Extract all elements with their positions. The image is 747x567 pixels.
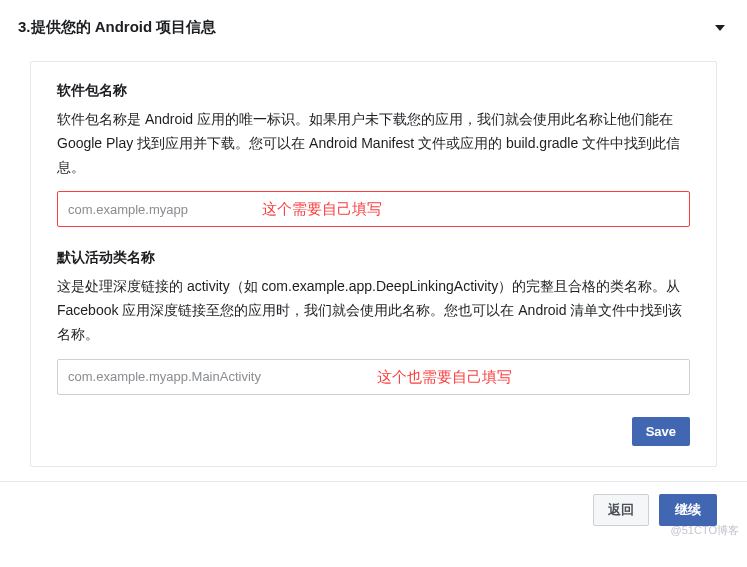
default-activity-label: 默认活动类名称: [57, 249, 690, 267]
caret-down-icon: [715, 25, 725, 31]
save-row: Save: [57, 417, 690, 446]
package-name-help: 软件包名称是 Android 应用的唯一标识。如果用户未下载您的应用，我们就会使…: [57, 108, 690, 179]
package-name-input[interactable]: [57, 191, 690, 227]
form-card: 软件包名称 软件包名称是 Android 应用的唯一标识。如果用户未下载您的应用…: [30, 61, 717, 467]
default-activity-field: 默认活动类名称 这是处理深度链接的 activity（如 com.example…: [57, 249, 690, 394]
section-title: 3.提供您的 Android 项目信息: [18, 18, 216, 37]
footer-bar: 返回 继续 @51CTO博客: [0, 481, 747, 526]
back-button[interactable]: 返回: [593, 494, 649, 526]
save-button[interactable]: Save: [632, 417, 690, 446]
default-activity-input[interactable]: [57, 359, 690, 395]
watermark: @51CTO博客: [671, 523, 739, 538]
default-activity-help: 这是处理深度链接的 activity（如 com.example.app.Dee…: [57, 275, 690, 346]
package-name-field: 软件包名称 软件包名称是 Android 应用的唯一标识。如果用户未下载您的应用…: [57, 82, 690, 227]
continue-button[interactable]: 继续: [659, 494, 717, 526]
activity-input-wrap: 这个也需要自己填写: [57, 359, 690, 395]
package-input-wrap: 这个需要自己填写: [57, 191, 690, 227]
package-name-label: 软件包名称: [57, 82, 690, 100]
section-header[interactable]: 3.提供您的 Android 项目信息: [0, 0, 747, 51]
